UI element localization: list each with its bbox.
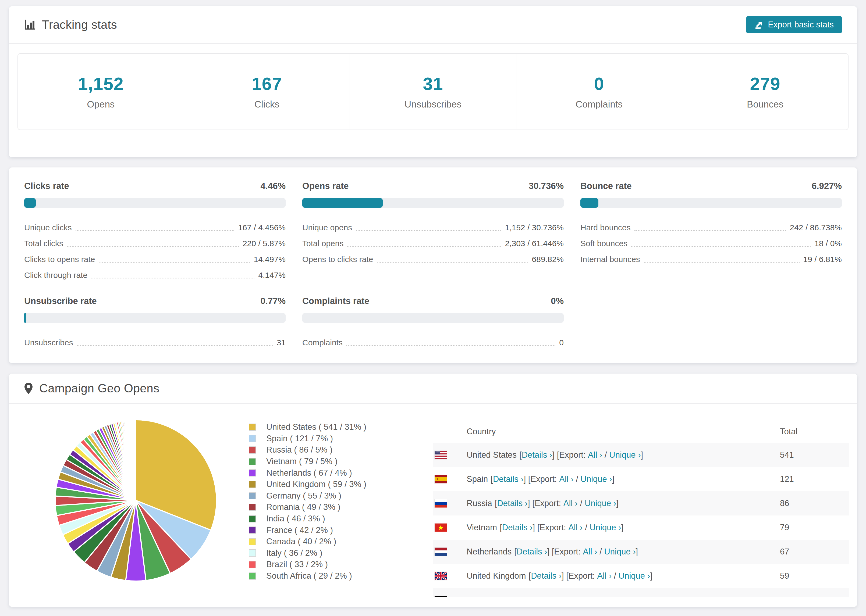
country-total: 79 <box>780 515 849 540</box>
country-name: Russia <box>467 498 492 508</box>
rate-detail-value: 2,303 / 61.446% <box>505 239 564 248</box>
rate-detail-row: Internal bounces19 / 6.81% <box>580 251 842 267</box>
export-all-link[interactable]: All › <box>568 523 583 533</box>
rate-detail-value: 19 / 6.81% <box>803 255 842 264</box>
legend-item-united-kingdom: United Kingdom ( 59 / 3% ) <box>249 479 399 490</box>
export-basic-stats-button[interactable]: Export basic stats <box>746 16 842 33</box>
details-link[interactable]: Details › <box>506 595 537 597</box>
legend-swatch <box>249 458 256 465</box>
legend-label: France ( 42 / 2% ) <box>266 525 333 535</box>
us-flag-icon <box>435 451 447 459</box>
export-all-link[interactable]: All › <box>588 450 602 460</box>
table-row-spain: Spain[Details ›] [Export: All › / Unique… <box>433 467 849 491</box>
table-row-germany: Germany[Details ›] [Export: All › / Uniq… <box>433 588 849 597</box>
rate-title: Complaints rate <box>302 296 369 306</box>
details-link[interactable]: Details › <box>493 475 524 484</box>
stat-label: Opens <box>87 99 115 110</box>
export-all-link[interactable]: All › <box>597 571 612 581</box>
legend-swatch <box>249 492 256 499</box>
rate-detail-value: 242 / 86.738% <box>790 223 842 232</box>
rate-detail-label: Hard bounces <box>580 223 631 232</box>
export-unique-link[interactable]: Unique › <box>619 571 650 581</box>
geo-table-wrap: Country Total United States[Details ›] [… <box>433 420 849 597</box>
details-link[interactable]: Details › <box>497 498 527 508</box>
details-link[interactable]: Details › <box>502 523 533 533</box>
stat-value: 0 <box>594 74 604 94</box>
dotted-leader <box>91 272 254 278</box>
rate-progress-track <box>24 198 286 208</box>
legend-label: United Kingdom ( 59 / 3% ) <box>266 479 366 489</box>
legend-item-spain: Spain ( 121 / 7% ) <box>249 433 399 445</box>
rate-progress-fill <box>580 198 598 208</box>
rate-detail-label: Click through rate <box>24 271 87 280</box>
legend-swatch <box>249 469 256 476</box>
export-unique-link[interactable]: Unique › <box>585 498 616 508</box>
details-link[interactable]: Details › <box>516 547 547 556</box>
legend-swatch <box>249 504 256 511</box>
rate-detail-label: Clicks to opens rate <box>24 255 95 264</box>
rate-detail-label: Total opens <box>302 239 343 248</box>
country-total: 67 <box>780 540 849 564</box>
export-unique-link[interactable]: Unique › <box>609 450 641 460</box>
legend-item-south-africa: South Africa ( 29 / 2% ) <box>249 570 399 582</box>
rate-detail-value: 689.82% <box>532 255 564 264</box>
rate-progress-fill <box>302 198 383 208</box>
rate-panel-bounce-rate: Bounce rate6.927%Hard bounces242 / 86.73… <box>580 181 842 283</box>
export-unique-link[interactable]: Unique › <box>604 547 636 556</box>
country-total: 59 <box>780 564 849 588</box>
legend-item-germany: Germany ( 55 / 3% ) <box>249 490 399 502</box>
export-all-link[interactable]: All › <box>572 595 586 597</box>
dotted-leader <box>77 339 273 346</box>
total-column-header: Total <box>780 420 849 443</box>
export-all-link[interactable]: All › <box>559 475 573 484</box>
rate-title: Unsubscribe rate <box>24 296 97 306</box>
rate-detail-value: 220 / 5.87% <box>242 239 286 248</box>
legend-swatch <box>249 481 256 488</box>
legend-item-vietnam: Vietnam ( 79 / 5% ) <box>249 456 399 467</box>
rate-detail-row: Total clicks220 / 5.87% <box>24 236 286 251</box>
legend-label: Italy ( 36 / 2% ) <box>266 548 322 558</box>
ru-flag-icon <box>435 499 447 508</box>
export-unique-link[interactable]: Unique › <box>589 523 621 533</box>
table-row-united-kingdom: United Kingdom[Details ›] [Export: All ›… <box>433 564 849 588</box>
legend-swatch <box>249 435 256 442</box>
rate-panel-complaints-rate: Complaints rate0%Complaints0 <box>302 296 564 350</box>
country-name: United States <box>467 450 516 460</box>
rate-detail-label: Total clicks <box>24 239 63 248</box>
rate-panel-clicks-rate: Clicks rate4.46%Unique clicks167 / 4.456… <box>24 181 286 283</box>
legend-label: Germany ( 55 / 3% ) <box>266 491 341 501</box>
export-unique-link[interactable]: Unique › <box>594 595 625 597</box>
dotted-leader <box>377 256 528 262</box>
export-unique-link[interactable]: Unique › <box>581 475 612 484</box>
details-link[interactable]: Details › <box>522 450 553 460</box>
export-button-label: Export basic stats <box>768 20 834 30</box>
legend-label: Russia ( 86 / 5% ) <box>266 445 332 455</box>
rate-panel-unsubscribe-rate: Unsubscribe rate0.77%Unsubscribes31 <box>24 296 286 350</box>
rate-detail-label: Unique opens <box>302 223 352 232</box>
country-name: Spain <box>467 475 488 484</box>
rate-progress-track <box>302 198 564 208</box>
export-all-link[interactable]: All › <box>564 498 578 508</box>
rate-title: Opens rate <box>302 181 348 191</box>
stat-value: 1,152 <box>78 74 124 94</box>
legend-swatch <box>249 446 256 454</box>
legend-item-india: India ( 46 / 3% ) <box>249 513 399 525</box>
rate-detail-value: 18 / 0% <box>814 239 842 248</box>
legend-item-romania: Romania ( 49 / 3% ) <box>249 501 399 513</box>
country-total: 541 <box>780 443 849 467</box>
geo-pie-legend: United States ( 541 / 31% )Spain ( 121 /… <box>249 421 399 597</box>
legend-label: United States ( 541 / 31% ) <box>266 422 366 432</box>
country-total: 86 <box>780 491 849 515</box>
details-link[interactable]: Details › <box>531 571 562 581</box>
rate-detail-row: Total opens2,303 / 61.446% <box>302 236 564 251</box>
legend-item-brazil: Brazil ( 33 / 2% ) <box>249 559 399 570</box>
legend-label: Romania ( 49 / 3% ) <box>266 502 340 512</box>
stat-value: 279 <box>750 74 781 94</box>
legend-label: Canada ( 40 / 2% ) <box>266 537 336 546</box>
legend-label: Spain ( 121 / 7% ) <box>266 434 333 443</box>
export-icon <box>754 20 764 29</box>
legend-item-russia: Russia ( 86 / 5% ) <box>249 444 399 456</box>
rate-detail-row: Clicks to opens rate14.497% <box>24 251 286 267</box>
rate-detail-value: 167 / 4.456% <box>238 223 286 232</box>
export-all-link[interactable]: All › <box>583 547 597 556</box>
